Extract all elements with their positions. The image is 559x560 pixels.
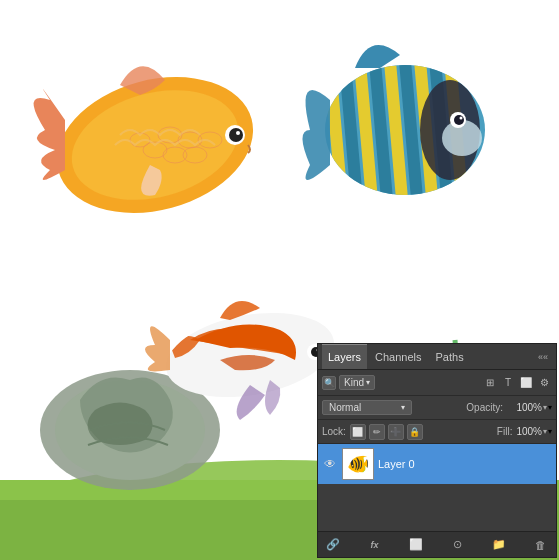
adjustment-layer-icon[interactable]: ⊙ <box>449 536 467 554</box>
filter-text-icon[interactable]: T <box>500 375 516 391</box>
layer-thumbnail: 🐠 <box>342 448 374 480</box>
lock-label: Lock: <box>322 426 346 437</box>
opacity-label: Opacity: <box>466 402 503 413</box>
layer-name: Layer 0 <box>378 458 552 470</box>
lock-row: Lock: ⬜ ✏ ➕ 🔒 Fill: 100% ▾ <box>318 420 556 444</box>
fill-dropdown[interactable]: 100% ▾ <box>516 426 552 437</box>
filter-shape-icon[interactable]: ⬜ <box>518 375 534 391</box>
layer-visibility-toggle[interactable]: 👁 <box>322 456 338 472</box>
lock-paint-icon[interactable]: ✏ <box>369 424 385 440</box>
layers-panel: Layers Channels Paths «« 🔍 Kind ⊞ T ⬜ ⚙ … <box>317 343 557 558</box>
lock-all-icon[interactable]: 🔒 <box>407 424 423 440</box>
layer-effects-icon[interactable]: fx <box>366 536 384 554</box>
tab-layers[interactable]: Layers <box>322 344 367 369</box>
layers-list: 👁 🐠 Layer 0 <box>318 444 556 531</box>
blend-mode-row: Normal Opacity: 100% ▾ <box>318 396 556 420</box>
lock-transparent-icon[interactable]: ⬜ <box>350 424 366 440</box>
lock-move-icon[interactable]: ➕ <box>388 424 404 440</box>
filter-pixel-icon[interactable]: ⊞ <box>482 375 498 391</box>
filter-icon[interactable]: 🔍 <box>322 376 336 390</box>
lock-icons-group: ⬜ ✏ ➕ 🔒 <box>350 424 423 440</box>
fill-chevron-icon: ▾ <box>543 427 547 436</box>
opacity-chevron-icon: ▾ <box>543 403 547 412</box>
fill-label: Fill: <box>497 426 513 437</box>
panel-footer: 🔗 fx ⬜ ⊙ 📁 🗑 <box>318 531 556 557</box>
panel-collapse-button[interactable]: «« <box>534 350 552 364</box>
delete-layer-icon[interactable]: 🗑 <box>532 536 550 554</box>
filter-smart-icon[interactable]: ⚙ <box>536 375 552 391</box>
opacity-dropdown[interactable]: 100% ▾ <box>507 402 552 413</box>
fill-value: 100% <box>516 426 542 437</box>
tab-paths[interactable]: Paths <box>430 344 470 369</box>
kind-dropdown[interactable]: Kind <box>339 375 375 390</box>
tab-channels[interactable]: Channels <box>369 344 427 369</box>
filter-row: 🔍 Kind ⊞ T ⬜ ⚙ <box>318 370 556 396</box>
panel-header: Layers Channels Paths «« <box>318 344 556 370</box>
add-mask-icon[interactable]: ⬜ <box>407 536 425 554</box>
link-layers-icon[interactable]: 🔗 <box>324 536 342 554</box>
filter-icon-group: ⊞ T ⬜ ⚙ <box>482 375 552 391</box>
new-group-icon[interactable]: 📁 <box>490 536 508 554</box>
layer-item[interactable]: 👁 🐠 Layer 0 <box>318 444 556 484</box>
blend-mode-dropdown[interactable]: Normal <box>322 400 412 415</box>
opacity-value: 100% <box>507 402 542 413</box>
